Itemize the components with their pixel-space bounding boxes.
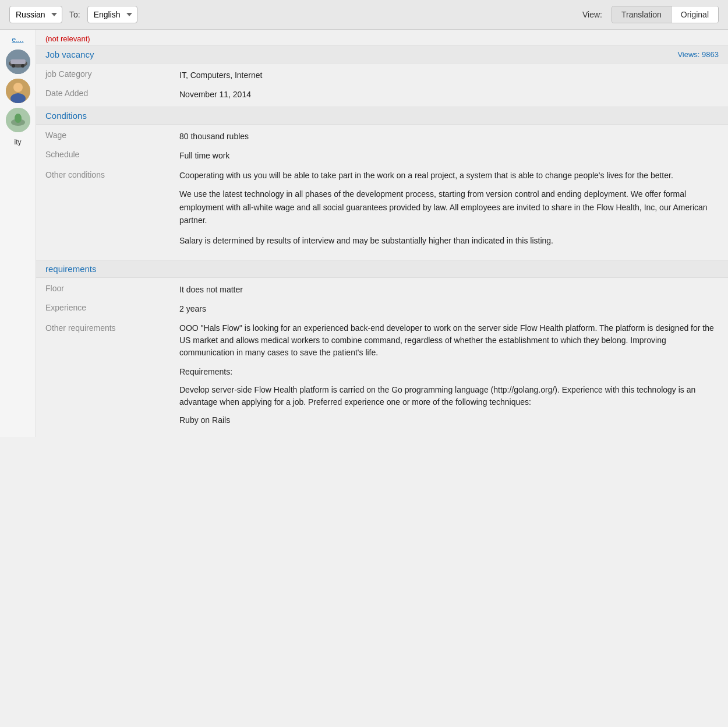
to-language-select[interactable]: English [87, 6, 137, 23]
content-area: (not relevant) Job vacancy Views: 9863 j… [36, 30, 728, 437]
schedule-row: Schedule Full time work [36, 146, 728, 165]
job-category-label: job Category [45, 69, 179, 82]
date-added-value: November 11, 2014 [179, 89, 719, 101]
job-info-table: job Category IT, Computers, Internet Dat… [36, 63, 728, 107]
views-count: Views: 9863 [677, 50, 719, 59]
from-language-select[interactable]: Russian [9, 6, 62, 23]
other-req-p2: Requirements: [179, 366, 719, 378]
svg-point-6 [13, 83, 23, 92]
conditions-header: Conditions [36, 107, 728, 125]
other-conditions-label: Other conditions [45, 169, 179, 179]
job-vacancy-title: Job vacancy [45, 50, 94, 59]
other-req-label: Other requirements [45, 322, 179, 333]
view-toggle: Translation Original [612, 6, 719, 23]
to-label: To: [69, 10, 80, 19]
original-button[interactable]: Original [672, 6, 718, 23]
conditions-title: Conditions [45, 111, 87, 121]
requirements-title: requirements [45, 264, 97, 274]
sidebar-label-ity: ity [12, 137, 24, 147]
schedule-label: Schedule [45, 150, 179, 162]
sidebar-thumb-1[interactable] [6, 50, 30, 74]
conditions-table: Wage 80 thousand rubles Schedule Full ti… [36, 125, 728, 257]
sidebar-link[interactable]: e.... [9, 34, 26, 45]
svg-point-10 [15, 114, 22, 123]
svg-point-4 [21, 64, 24, 68]
job-category-value: IT, Computers, Internet [179, 69, 719, 82]
car-icon [6, 50, 30, 74]
date-added-row: Date Added November 11, 2014 [36, 85, 728, 104]
job-category-row: job Category IT, Computers, Internet [36, 66, 728, 85]
requirements-header: requirements [36, 260, 728, 278]
nature-icon [6, 108, 30, 132]
other-conditions-row: Other conditions Cooperating with us you… [36, 165, 728, 255]
requirements-table: Floor It does not matter Experience 2 ye… [36, 278, 728, 437]
wage-row: Wage 80 thousand rubles [36, 127, 728, 146]
not-relevant-label: (not relevant) [36, 30, 728, 45]
date-added-label: Date Added [45, 89, 179, 101]
sidebar-thumb-3[interactable] [6, 108, 30, 132]
page-wrapper: e.... [0, 30, 728, 437]
other-conditions-p3: Salary is determined by results of inter… [179, 234, 719, 247]
other-req-row: Other requirements OOO "Hals Flow" is lo… [36, 319, 728, 435]
wage-label: Wage [45, 130, 179, 143]
floor-label: Floor [45, 284, 179, 296]
floor-row: Floor It does not matter [36, 280, 728, 299]
experience-label: Experience [45, 303, 179, 315]
other-conditions-value: Cooperating with us you will be able to … [179, 169, 719, 252]
experience-row: Experience 2 years [36, 299, 728, 319]
other-req-value: OOO "Hals Flow" is looking for an experi… [179, 322, 719, 431]
other-req-p4: Ruby on Rails [179, 414, 719, 426]
floor-value: It does not matter [179, 284, 719, 296]
other-req-p1: OOO "Hals Flow" is looking for an experi… [179, 322, 719, 359]
translation-button[interactable]: Translation [612, 6, 672, 23]
job-vacancy-header: Job vacancy Views: 9863 [36, 45, 728, 63]
wage-value: 80 thousand rubles [179, 130, 719, 143]
other-req-p3: Develop server-side Flow Health platform… [179, 384, 719, 408]
schedule-value: Full time work [179, 150, 719, 162]
view-label: View: [582, 10, 602, 19]
other-conditions-p1: Cooperating with us you will be able to … [179, 169, 719, 182]
svg-point-3 [12, 64, 15, 68]
top-bar: Russian To: English View: Translation Or… [0, 0, 728, 30]
experience-value: 2 years [179, 303, 719, 315]
other-conditions-p2: We use the latest technology in all phas… [179, 188, 719, 227]
sidebar-thumb-2[interactable] [6, 79, 30, 103]
person-icon [6, 79, 30, 103]
left-sidebar: e.... [0, 30, 36, 437]
svg-rect-2 [10, 59, 26, 64]
